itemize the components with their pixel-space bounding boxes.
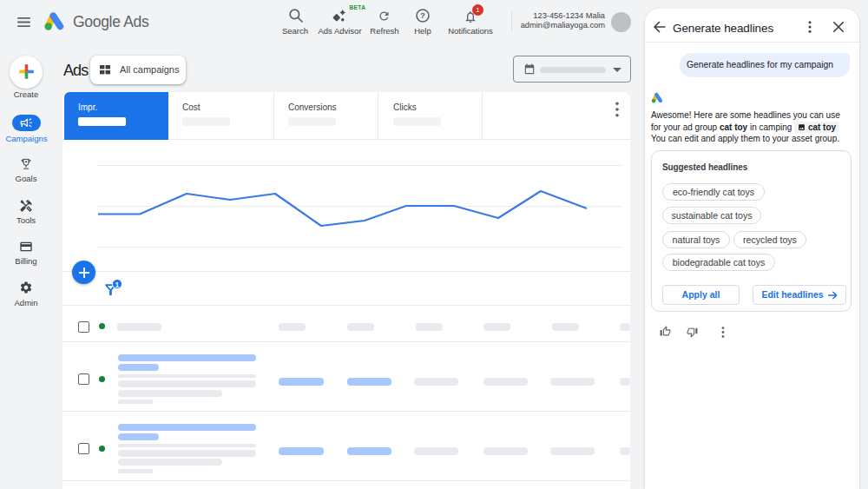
svg-text:?: ? [420, 10, 425, 20]
